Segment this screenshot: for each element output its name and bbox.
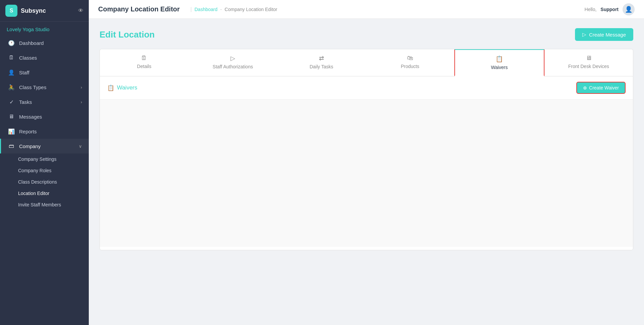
breadcrumb-dashboard-link[interactable]: Dashboard (195, 7, 218, 12)
hello-text: Hello, (585, 7, 597, 12)
tab-details[interactable]: 🗓 Details (100, 49, 189, 76)
staff-auth-tab-icon: ▷ (231, 55, 235, 62)
sidebar-item-classes[interactable]: 🗓 Classes (0, 50, 89, 65)
content-area: Edit Location ▷ Create Message 🗓 Details… (89, 19, 644, 325)
classes-icon: 🗓 (8, 54, 15, 61)
avatar[interactable]: 👤 (623, 3, 635, 15)
sidebar-item-staff[interactable]: 👤 Staff (0, 65, 89, 80)
sidebar-header: S Subsync 👁 (0, 0, 89, 22)
sidebar-item-label: Dashboard (19, 40, 44, 46)
content-header: Edit Location ▷ Create Message (100, 28, 633, 41)
sidebar-item-reports[interactable]: 📊 Reports (0, 124, 89, 139)
tab-waivers[interactable]: 📋 Waivers (454, 49, 544, 76)
tab-daily-tasks[interactable]: ⇄ Daily Tasks (277, 49, 366, 76)
chevron-down-icon: ∨ (79, 144, 82, 149)
tab-front-desk[interactable]: 🖥 Front Desk Devices (544, 49, 633, 76)
tab-staff-authorizations[interactable]: ▷ Staff Authorizations (189, 49, 277, 76)
sidebar-item-class-types[interactable]: 🚴 Class Types › (0, 80, 89, 94)
company-icon: 🗃 (8, 142, 15, 150)
sidebar-subitem-company-roles[interactable]: Company Roles (0, 165, 89, 176)
waivers-tab-icon: 📋 (496, 55, 503, 63)
sidebar-subitem-class-descriptions[interactable]: Class Descriptions (0, 176, 89, 188)
tab-products[interactable]: 🛍 Products (366, 49, 455, 76)
sidebar-item-company[interactable]: 🗃 Company ∨ (0, 139, 89, 153)
app-logo: S (5, 5, 17, 17)
create-waiver-button[interactable]: ⊕ Create Waiver (576, 82, 626, 94)
staff-icon: 👤 (8, 69, 15, 76)
sidebar-item-messages[interactable]: 🖥 Messages (0, 109, 89, 124)
chevron-right-icon: › (81, 100, 82, 105)
reports-icon: 📊 (8, 128, 15, 135)
plus-icon: ⊕ (583, 85, 587, 90)
waiver-panel-title: 📋 Waivers (107, 84, 137, 91)
username: Support (600, 7, 619, 12)
chevron-right-icon: › (81, 85, 82, 90)
topbar-right: Hello, Support 👤 (585, 3, 635, 15)
sidebar-item-label: Classes (19, 55, 37, 61)
products-tab-icon: 🛍 (407, 55, 413, 62)
sidebar-item-label: Company (19, 143, 41, 149)
breadcrumb-current: Company Location Editor (224, 7, 277, 12)
tabs-container: 🗓 Details ▷ Staff Authorizations ⇄ Daily… (100, 49, 633, 76)
create-message-button[interactable]: ▷ Create Message (575, 28, 633, 41)
waiver-panel-header: 📋 Waivers ⊕ Create Waiver (100, 76, 633, 100)
sidebar-item-label: Staff (19, 70, 29, 75)
details-tab-icon: 🗓 (141, 55, 147, 62)
sidebar-item-label: Class Types (19, 84, 46, 90)
tasks-icon: ✓ (8, 98, 15, 106)
sidebar-item-label: Reports (19, 129, 37, 134)
page-title: Edit Location (100, 29, 155, 40)
daily-tasks-tab-icon: ⇄ (319, 55, 324, 62)
front-desk-tab-icon: 🖥 (586, 55, 592, 62)
sidebar-item-label: Tasks (19, 99, 32, 105)
studio-name[interactable]: Lovely Yoga Studio (0, 22, 89, 36)
sidebar-item-label: Messages (19, 114, 42, 120)
sidebar-item-tasks[interactable]: ✓ Tasks › (0, 94, 89, 109)
sidebar: S Subsync 👁 Lovely Yoga Studio 🕐 Dashboa… (0, 0, 89, 325)
class-types-icon: 🚴 (8, 83, 15, 91)
eye-icon[interactable]: 👁 (78, 8, 83, 14)
dashboard-icon: 🕐 (8, 39, 15, 47)
send-icon: ▷ (582, 31, 586, 38)
topbar-title: Company Location Editor (98, 5, 180, 13)
topbar-divider: | (190, 6, 192, 12)
waiver-panel-body (100, 100, 633, 247)
messages-icon: 🖥 (8, 113, 15, 120)
main-area: Company Location Editor | Dashboard - Co… (89, 0, 644, 325)
sidebar-item-dashboard[interactable]: 🕐 Dashboard (0, 36, 89, 50)
waiver-title-icon: 📋 (107, 84, 114, 91)
sidebar-subitem-invite-staff[interactable]: Invite Staff Members (0, 199, 89, 210)
topbar: Company Location Editor | Dashboard - Co… (89, 0, 644, 19)
sidebar-subitem-company-settings[interactable]: Company Settings (0, 153, 89, 165)
breadcrumb-sep: - (220, 6, 222, 12)
app-name: Subsync (21, 7, 46, 14)
sidebar-subitem-location-editor[interactable]: Location Editor (0, 188, 89, 199)
waiver-panel: 📋 Waivers ⊕ Create Waiver (100, 76, 633, 250)
